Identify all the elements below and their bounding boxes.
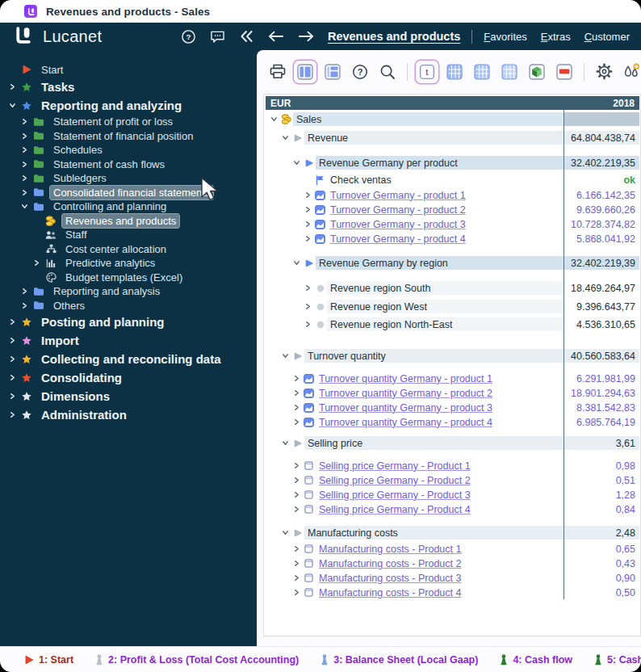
layout-sidebar-button[interactable] [294, 61, 316, 83]
gear-button[interactable] [593, 61, 615, 83]
table-row-turnover-germany-product-1[interactable]: Turnover Germany - product 16.166.142,35 [266, 188, 639, 202]
chevron-down-icon[interactable] [291, 259, 302, 267]
chevron-down-icon[interactable] [280, 439, 291, 447]
table-row-revenue-region-west[interactable]: Revenue region West9.396.643,77 [266, 300, 639, 313]
row-value-2018[interactable]: 0,65 [564, 542, 639, 556]
chevron-right-icon[interactable] [291, 404, 302, 411]
chevron-right-icon[interactable] [303, 284, 313, 292]
report-red-button[interactable] [553, 61, 576, 83]
row-value-2018[interactable]: 8.381.542,83 [564, 401, 639, 414]
table-row-revenue-region-south[interactable]: Revenue region South18.469.264,97 [266, 281, 639, 295]
chevron-right-icon[interactable] [291, 418, 302, 426]
table-row-turnover-quantity-germany-product-1[interactable]: Turnover quantity Germany - product 16.2… [266, 372, 639, 385]
chevron-right-icon[interactable] [291, 389, 302, 397]
table-row-manufacturing-costs-product-1[interactable]: Manufacturing costs - Product 10,65 [266, 542, 639, 556]
menu-item-extras[interactable]: Extras [541, 31, 571, 43]
chevron-right-icon[interactable] [303, 191, 313, 199]
table-row-selling-price-germany-product-4[interactable]: Selling price Germany - Product 40,84 [266, 502, 639, 516]
row-value-2018[interactable]: 6.985.764,19 [564, 415, 639, 429]
chevron-right-icon[interactable] [303, 206, 313, 213]
sidebar-item-posting-and-planning[interactable]: Posting and planning [0, 313, 257, 331]
chevron-right-icon[interactable] [6, 355, 19, 363]
table-row-turnover-quantity[interactable]: Turnover quantity40.560.583,64 [266, 349, 639, 363]
table-row-revenue-germany-by-region[interactable]: Revenue Germany by region32.402.219,39 [266, 256, 639, 270]
chevron-down-icon[interactable] [280, 529, 291, 536]
layout-top-button[interactable] [321, 61, 344, 83]
chevron-down-icon[interactable] [280, 352, 291, 359]
chevron-right-icon[interactable] [6, 337, 19, 344]
chevron-right-icon[interactable] [19, 174, 31, 182]
comment-icon[interactable] [210, 30, 225, 44]
table-row-manufacturing-costs-product-3[interactable]: Manufacturing costs - Product 30,90 [266, 571, 639, 585]
chevron-down-icon[interactable] [280, 134, 291, 141]
table-row-selling-price-germany-product-2[interactable]: Selling price Germany - Product 20,51 [266, 473, 639, 487]
row-value-2018[interactable]: 0,43 [564, 556, 639, 570]
chevron-right-icon[interactable] [291, 589, 302, 596]
row-value-2018[interactable]: 5.868.041,92 [564, 232, 639, 246]
chevron-right-icon[interactable] [291, 574, 302, 582]
chevron-right-icon[interactable] [291, 462, 302, 469]
chevron-down-icon[interactable] [291, 159, 302, 166]
table-row-revenue-region-north-east[interactable]: Revenue region North-East4.536.310,65 [266, 317, 639, 331]
sidebar-item-start[interactable]: Start [0, 61, 257, 78]
chevron-right-icon[interactable] [291, 477, 302, 484]
chevron-right-icon[interactable] [303, 235, 313, 242]
sidebar-item-import[interactable]: Import [0, 331, 257, 350]
chevron-right-icon[interactable] [6, 318, 19, 326]
chevron-right-icon[interactable] [303, 321, 313, 328]
chevron-right-icon[interactable] [31, 259, 43, 267]
collapse-left-icon[interactable] [239, 30, 253, 43]
chevron-right-icon[interactable] [19, 118, 31, 125]
table-row-manufacturing-costs[interactable]: Manufacturing costs2,48 [266, 526, 639, 540]
row-value-2018[interactable]: 6.166.142,35 [564, 188, 639, 202]
printer-button[interactable] [266, 61, 289, 83]
chevron-right-icon[interactable] [6, 393, 19, 400]
help-button[interactable]: ? [349, 61, 371, 83]
sidebar-item-statement-of-financial-position[interactable]: Statement of financial position [0, 129, 257, 144]
text-mode-button[interactable]: t [416, 61, 438, 83]
worksheet-tab-3-balance-sheet-local-gaap[interactable]: 3: Balance Sheet (Local Gaap) [320, 654, 478, 666]
worksheet-tab-1-start[interactable]: 1: Start [24, 654, 73, 666]
chevron-right-icon[interactable] [291, 560, 302, 567]
grid-medium-button[interactable] [471, 61, 493, 83]
chevron-right-icon[interactable] [19, 132, 31, 140]
compare-button[interactable] [620, 61, 641, 83]
row-value-2018[interactable]: 18.901.294,63 [564, 386, 639, 400]
sidebar-item-tasks[interactable]: Tasks [0, 78, 257, 96]
table-row-revenue[interactable]: Revenue64.804.438,74 [266, 131, 639, 145]
chevron-down-icon[interactable] [19, 203, 31, 210]
sidebar-item-budget-templates-excel[interactable]: Budget templates (Excel) [0, 271, 257, 285]
sidebar-item-consolidated-financial-statements[interactable]: Consolidated financial statements [0, 186, 257, 200]
sidebar-item-subledgers[interactable]: Subledgers [0, 171, 257, 186]
sidebar-item-staff[interactable]: Staff [0, 228, 257, 242]
row-value-2018[interactable]: 9.639.660,26 [564, 203, 639, 216]
chevron-right-icon[interactable] [19, 302, 31, 309]
sidebar-item-schedules[interactable]: Schedules [0, 143, 257, 158]
chevron-right-icon[interactable] [19, 189, 31, 196]
row-value-2018[interactable]: 0,50 [564, 586, 639, 599]
sidebar-item-collecting-and-reconciling-data[interactable]: Collecting and reconciling data [0, 350, 257, 368]
row-value-2018[interactable]: 1,28 [564, 488, 639, 502]
currency-column-header[interactable]: EUR [266, 96, 564, 110]
row-value-2018[interactable]: 0,98 [564, 459, 639, 472]
chevron-right-icon[interactable] [303, 220, 313, 228]
table-row-turnover-quantity-germany-product-3[interactable]: Turnover quantity Germany - product 38.3… [266, 401, 639, 414]
table-row-check-ventas[interactable]: Check ventasok [266, 173, 639, 187]
chevron-right-icon[interactable] [291, 545, 302, 552]
table-row-sales[interactable]: Sales [266, 112, 639, 126]
table-row-turnover-germany-product-2[interactable]: Turnover Germany - product 29.639.660,26 [266, 203, 639, 216]
chevron-right-icon[interactable] [303, 303, 313, 310]
row-value-2018[interactable]: 0,51 [564, 473, 639, 487]
sidebar-item-others[interactable]: Others [0, 299, 257, 313]
row-value-2018[interactable]: 0,90 [564, 571, 639, 585]
sidebar-item-administration[interactable]: Administration [0, 405, 257, 424]
row-value-2018[interactable]: 0,84 [564, 502, 639, 516]
arrow-right-icon[interactable] [298, 30, 315, 43]
chevron-right-icon[interactable] [6, 83, 19, 90]
nav-current-view[interactable]: Revenues and products [328, 30, 460, 43]
chevron-down-icon[interactable] [269, 116, 279, 123]
chevron-right-icon[interactable] [291, 491, 302, 498]
grid-light-button[interactable] [498, 61, 521, 83]
chevron-right-icon[interactable] [19, 146, 31, 153]
sidebar-item-consolidating[interactable]: Consolidating [0, 368, 257, 387]
